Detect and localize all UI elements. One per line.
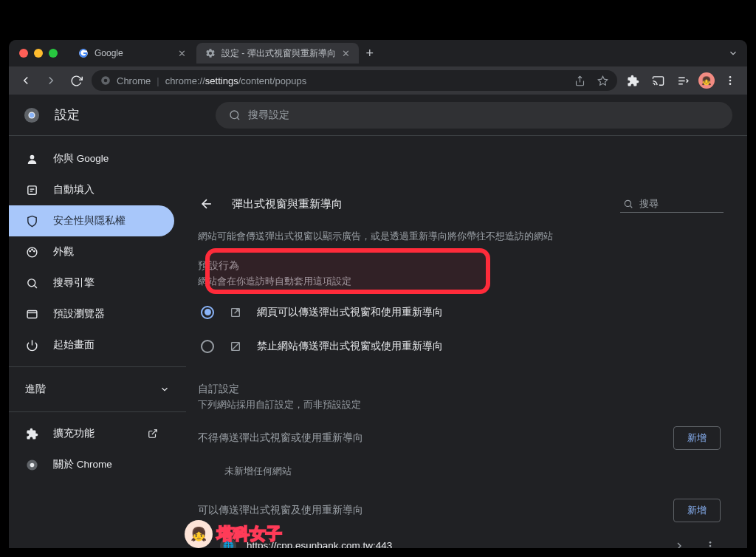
watermark-avatar-icon: 👧 (185, 520, 213, 548)
close-tab-icon[interactable]: ✕ (178, 48, 186, 59)
settings-favicon-icon (205, 48, 216, 58)
sidebar-item-extensions[interactable]: 擴充功能 (9, 418, 174, 449)
extension-icon (25, 427, 38, 440)
share-icon[interactable] (574, 75, 585, 86)
chrome-icon (100, 75, 111, 86)
tab-settings[interactable]: 設定 - 彈出式視窗與重新導向 ✕ (196, 43, 359, 64)
page-title: 彈出式視窗與重新導向 (232, 197, 607, 211)
back-button[interactable] (16, 71, 35, 90)
back-arrow-button[interactable] (195, 192, 219, 216)
block-list-label: 不得傳送彈出式視窗或使用重新導向 (198, 431, 363, 445)
power-icon (25, 338, 38, 352)
svg-point-15 (230, 111, 238, 119)
svg-point-39 (709, 541, 712, 544)
minimize-window-button[interactable] (34, 49, 43, 58)
svg-line-26 (34, 285, 36, 287)
svg-line-35 (630, 205, 633, 208)
forward-button[interactable] (41, 71, 61, 90)
settings-search[interactable]: 搜尋設定 (216, 102, 732, 129)
tab-list-button[interactable] (728, 48, 738, 58)
svg-line-38 (232, 342, 240, 350)
cast-icon[interactable] (648, 71, 667, 90)
menu-icon[interactable] (721, 71, 740, 90)
omnibox-chip: Chrome (117, 75, 151, 86)
site-url: https://cpp.esunbank.com.tw:443 (247, 540, 659, 548)
chrome-icon (25, 458, 38, 471)
in-page-search[interactable]: 搜尋 (620, 196, 724, 213)
sidebar-item-autofill[interactable]: 自動填入 (9, 174, 174, 205)
svg-point-34 (625, 200, 630, 206)
allowed-site-row: 🌐 https://cpp.esunbank.com.tw:443 (217, 530, 724, 548)
maximize-window-button[interactable] (49, 49, 58, 58)
svg-point-10 (729, 80, 732, 82)
page-description: 網站可能會傳送彈出式視窗以顯示廣告，或是透過重新導向將你帶往不想造訪的網站 (198, 229, 724, 245)
settings-title: 設定 (55, 106, 80, 123)
svg-line-16 (237, 117, 239, 120)
empty-block-list: 未新增任何網站 (195, 457, 724, 491)
search-icon (25, 276, 38, 290)
tab-google[interactable]: Google ✕ (69, 43, 195, 64)
radio-selected-icon (201, 306, 214, 319)
add-allow-button[interactable]: 新增 (673, 499, 721, 522)
tab-label: 設定 - 彈出式視窗與重新導向 (221, 47, 336, 60)
watermark: 👧 塔科女子 (185, 520, 282, 548)
popup-block-icon (229, 340, 242, 353)
chevron-down-icon (159, 384, 170, 394)
sidebar-item-appearance[interactable]: 外觀 (9, 236, 174, 267)
toolbar: Chrome | chrome://settings/content/popup… (9, 66, 747, 95)
profile-avatar[interactable]: 👧 (698, 72, 715, 89)
radio-unselected-icon (201, 340, 214, 353)
custom-settings-label: 自訂設定 (198, 383, 724, 396)
omnibox[interactable]: Chrome | chrome://settings/content/popup… (92, 70, 617, 91)
svg-point-25 (27, 278, 35, 286)
sidebar-item-you-and-google[interactable]: 你與 Google (9, 143, 174, 174)
option-allow-label: 網頁可以傳送彈出式視窗和使用重新導向 (257, 306, 443, 319)
svg-point-2 (104, 79, 108, 83)
site-expand-button[interactable] (669, 536, 690, 548)
sidebar-item-on-startup[interactable]: 起始畫面 (9, 329, 174, 360)
svg-point-14 (30, 112, 34, 117)
search-icon (623, 199, 633, 209)
window-controls (19, 49, 58, 58)
svg-rect-18 (27, 185, 35, 194)
svg-marker-4 (598, 76, 608, 85)
svg-point-9 (729, 76, 732, 78)
option-allow-popups[interactable]: 網頁可以傳送彈出式視窗和使用重新導向 (195, 295, 724, 329)
close-tab-icon[interactable]: ✕ (342, 48, 350, 59)
watermark-text: 塔科女子 (217, 523, 282, 545)
browser-icon (25, 307, 38, 321)
popup-allow-icon (229, 306, 242, 319)
option-block-label: 禁止網站傳送彈出式視窗或使用重新導向 (257, 340, 443, 353)
svg-point-24 (33, 250, 34, 251)
extensions-icon[interactable] (623, 71, 642, 90)
custom-settings-sublabel: 下列網站採用自訂設定，而非預設設定 (198, 399, 724, 411)
svg-point-32 (30, 462, 34, 467)
allow-list-label: 可以傳送彈出式視窗及使用重新導向 (198, 504, 363, 517)
svg-rect-27 (27, 310, 37, 318)
svg-point-23 (31, 249, 32, 250)
person-icon (25, 152, 38, 165)
search-icon (229, 109, 241, 121)
option-block-popups[interactable]: 禁止網站傳送彈出式視窗或使用重新導向 (195, 329, 724, 363)
settings-header: 設定 搜尋設定 (9, 95, 747, 136)
sidebar-item-search-engine[interactable]: 搜尋引擎 (9, 267, 174, 298)
tab-label: Google (94, 48, 123, 58)
chrome-logo-icon (24, 107, 40, 123)
reload-button[interactable] (66, 71, 86, 90)
autofill-icon (25, 183, 38, 197)
settings-main: 彈出式視窗與重新導向 搜尋 網站可能會傳送彈出式視窗以顯示廣告，或是透過重新導向… (186, 136, 747, 548)
default-behavior-label: 預設行為 (198, 259, 724, 273)
new-tab-button[interactable]: + (360, 44, 379, 63)
sidebar-item-about[interactable]: 關於 Chrome (9, 449, 174, 480)
reading-list-icon[interactable] (673, 71, 693, 90)
omnibox-url: chrome://settings/content/popups (165, 75, 307, 86)
sidebar-item-privacy[interactable]: 安全性與隱私權 (9, 205, 174, 236)
palette-icon (25, 245, 38, 259)
add-block-button[interactable]: 新增 (673, 426, 721, 450)
sidebar-advanced[interactable]: 進階 (9, 373, 186, 406)
google-favicon-icon (78, 48, 89, 58)
close-window-button[interactable] (19, 49, 28, 58)
sidebar-item-default-browser[interactable]: 預設瀏覽器 (9, 298, 174, 329)
bookmark-icon[interactable] (597, 75, 608, 86)
site-more-button[interactable] (700, 536, 721, 548)
